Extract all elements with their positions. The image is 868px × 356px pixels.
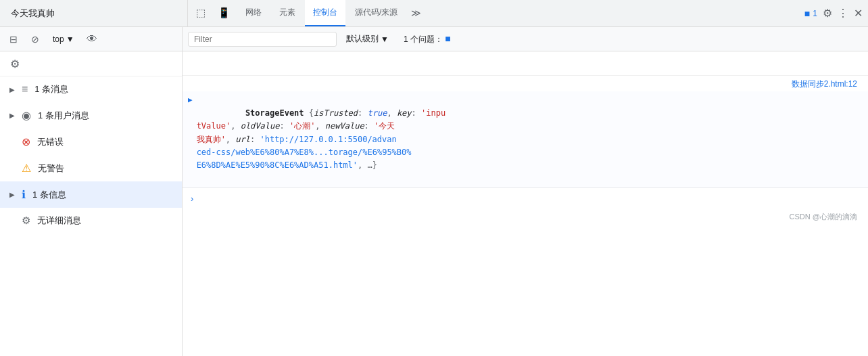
tab-more[interactable]: ≫ — [407, 0, 425, 26]
issue-count-display: 1 个问题： ■ — [404, 33, 451, 45]
prompt-chevron-icon: › — [191, 194, 193, 204]
eye-button[interactable]: 👁 — [84, 31, 100, 47]
messages-icon: ≡ — [22, 83, 28, 95]
code-comma1: , — [387, 108, 396, 118]
messages-label: 1 条消息 — [34, 83, 68, 95]
more-tabs-icon: ≫ — [411, 7, 421, 18]
warnings-label: 无警告 — [38, 162, 64, 175]
issue-badge[interactable]: ■ 1 — [804, 8, 817, 19]
tab-elements[interactable]: 元素 — [271, 0, 304, 26]
left-panel: ⊟ ⊘ top ▼ 👁 ⚙ ▶ ≡ 1 条消息 — [0, 27, 183, 356]
user-messages-label: 1 条用户消息 — [38, 110, 89, 122]
issue-icon: ■ — [804, 8, 810, 19]
code-val-newvalue-cont: 我真帅' — [197, 135, 226, 144]
page-title-area: 今天我真帅 — [5, 0, 188, 26]
verbose-label: 无详细消息 — [37, 215, 81, 227]
code-comma2: , — [231, 121, 240, 131]
code-comma4: , — [226, 135, 235, 144]
code-val-newvalue: '今天 — [374, 121, 395, 131]
console-prompt-row: › — [183, 188, 868, 209]
more-options-button[interactable]: ⋮ — [838, 7, 848, 20]
issue-count-label: 1 — [813, 9, 817, 18]
code-open-brace: { — [309, 108, 314, 118]
eye-icon: 👁 — [87, 33, 97, 45]
issue-count-prefix: 1 个问题： — [404, 35, 443, 44]
code-val-key: 'inpu — [421, 108, 445, 118]
messages-filter-item[interactable]: ▶ ≡ 1 条消息 — [0, 76, 182, 102]
console-toolbar: ⊟ ⊘ top ▼ 👁 — [0, 27, 182, 51]
context-dropdown[interactable]: top ▼ — [49, 33, 78, 45]
top-bar: 今天我真帅 ⬚ 📱 网络 元素 控制台 源代码/来源 ≫ ■ 1 ⚙ ⋮ — [0, 0, 868, 27]
tab-inspect[interactable]: ⬚ — [191, 0, 211, 26]
code-colon1: : — [358, 108, 367, 118]
tabs-area: ⬚ 📱 网络 元素 控制台 源代码/来源 ≫ — [191, 0, 802, 26]
device-icon: 📱 — [218, 7, 231, 19]
expand-arrow-info: ▶ — [9, 191, 15, 198]
code-val-true: true — [368, 108, 387, 118]
code-prop-oldvalue: oldValue — [241, 121, 280, 131]
code-prop-key: key — [397, 108, 412, 118]
user-messages-filter-item[interactable]: ▶ ◉ 1 条用户消息 — [0, 102, 182, 129]
settings-spacer — [183, 51, 868, 76]
code-colon2: : — [412, 108, 421, 118]
info-filter-item[interactable]: ▶ ℹ 1 条信息 — [0, 181, 182, 208]
console-settings-button[interactable]: ⚙ — [7, 55, 23, 72]
source-link[interactable]: 数据同步2.html:12 — [792, 79, 857, 90]
code-val-url: 'http://127.0.0.1:5500/advan — [260, 135, 396, 144]
console-toolbar-right: 默认级别 ▼ 1 个问题： ■ — [183, 27, 868, 51]
entry-expand-arrow[interactable]: ▶ — [188, 95, 193, 185]
topbar-right: ■ 1 ⚙ ⋮ ✕ — [804, 7, 863, 20]
warnings-icon: ⚠ — [22, 162, 31, 175]
info-label: 1 条信息 — [32, 189, 66, 201]
code-comma3: , — [315, 121, 324, 131]
warnings-filter-item[interactable]: ▶ ⚠ 无警告 — [0, 155, 182, 181]
issue-count-icon: ■ — [445, 33, 450, 44]
code-val-key-cont: tValue' — [197, 121, 231, 131]
code-colon3: : — [279, 121, 289, 131]
log-level-dropdown[interactable]: 默认级别 ▼ — [342, 32, 393, 46]
code-colon5: : — [250, 135, 260, 144]
user-icon: ◉ — [22, 109, 31, 122]
context-label: top — [53, 35, 64, 44]
errors-filter-item[interactable]: ▶ ⊗ 无错误 — [0, 129, 182, 155]
code-prop-newvalue: newValue — [325, 121, 364, 131]
close-devtools-button[interactable]: ✕ — [854, 7, 863, 20]
code-key-storage: StorageEvent — [245, 108, 309, 118]
clear-console-button[interactable]: ⊘ — [27, 31, 43, 47]
page-title: 今天我真帅 — [11, 7, 55, 20]
code-colon4: : — [364, 121, 374, 131]
console-entry-text: StorageEvent {isTrusted: true, key: 'inp… — [197, 94, 863, 185]
watermark: CSDN @心潮的滴滴 — [183, 209, 868, 225]
dropdown-arrow-icon: ▼ — [66, 35, 74, 44]
code-prop-url: url — [235, 135, 250, 144]
code-end: , …} — [358, 160, 377, 170]
tab-network[interactable]: 网络 — [237, 0, 270, 26]
filter-input[interactable] — [188, 32, 337, 47]
filter-list: ▶ ≡ 1 条消息 ▶ ◉ 1 条用户消息 ▶ ⊗ 无错误 ▶ ⚠ 无警告 ▶ — [0, 76, 182, 356]
console-link-row: 数据同步2.html:12 — [183, 76, 868, 91]
console-output: 数据同步2.html:12 ▶ StorageEvent {isTrusted:… — [183, 76, 868, 356]
cursor-icon: ⬚ — [196, 7, 206, 19]
code-val-url-cont: ced-css/web%E6%80%A7%E8%...torage/%E6%95… — [197, 148, 412, 157]
console-settings-icon: ⚙ — [10, 58, 20, 70]
settings-button[interactable]: ⚙ — [823, 7, 832, 20]
main-area: ⊟ ⊘ top ▼ 👁 ⚙ ▶ ≡ 1 条消息 — [0, 27, 868, 356]
collapse-icon: ⊟ — [9, 34, 18, 45]
tab-console[interactable]: 控制台 — [305, 0, 345, 26]
expand-arrow-messages: ▶ — [9, 86, 15, 93]
level-label: 默认级别 — [346, 33, 379, 45]
watermark-text: CSDN @心潮的滴滴 — [790, 212, 857, 222]
settings-row: ⚙ — [0, 51, 182, 76]
tab-sources[interactable]: 源代码/来源 — [347, 0, 406, 26]
console-entry: ▶ StorageEvent {isTrusted: true, key: 'i… — [183, 91, 868, 188]
verbose-filter-item[interactable]: ▶ ⚙ 无详细消息 — [0, 208, 182, 233]
info-icon: ℹ — [22, 188, 26, 201]
tab-device[interactable]: 📱 — [212, 0, 236, 26]
devtools-panel: 默认级别 ▼ 1 个问题： ■ 数据同步2.html:12 ▶ StorageE… — [183, 27, 868, 356]
code-val-oldvalue: '心潮' — [289, 121, 315, 131]
code-val-url-cont2: E6%8D%AE%E5%90%8C%E6%AD%A51.html' — [197, 160, 358, 170]
errors-label: 无错误 — [37, 136, 64, 148]
collapse-button[interactable]: ⊟ — [5, 31, 22, 47]
errors-icon: ⊗ — [22, 135, 30, 148]
code-prop-istrusted-key: isTrusted — [314, 108, 358, 118]
